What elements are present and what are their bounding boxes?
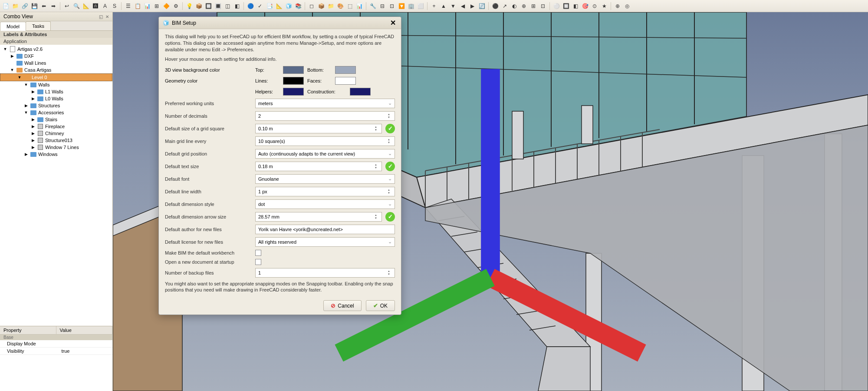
toolbar-button-15[interactable]: ⊞ bbox=[153, 2, 161, 10]
spin-down-icon[interactable]: ▼ bbox=[386, 116, 392, 119]
tree-item-wall-lines[interactable]: Wall Lines bbox=[0, 60, 112, 66]
expander-icon[interactable]: ▼ bbox=[17, 75, 22, 80]
toolbar-button-58[interactable]: ⊙ bbox=[591, 2, 598, 10]
toolbar-button-13[interactable]: 📋 bbox=[134, 2, 141, 10]
toolbar-button-9[interactable]: 🅰 bbox=[92, 2, 99, 10]
cancel-button[interactable]: ⊘ Cancel bbox=[323, 300, 361, 311]
toolbar-button-38[interactable]: ⊡ bbox=[388, 2, 396, 10]
spin-up-icon[interactable]: ▲ bbox=[373, 126, 379, 129]
toolbar-button-23[interactable]: ◧ bbox=[233, 2, 241, 10]
input-field[interactable]: 2▲▼ bbox=[255, 111, 395, 121]
toolbar-button-12[interactable]: ☰ bbox=[124, 2, 132, 10]
toolbar-button-21[interactable]: 🔳 bbox=[214, 2, 222, 10]
toolbar-button-17[interactable]: ⚙ bbox=[172, 2, 180, 10]
input-field[interactable]: 10 square(s)▲▼ bbox=[255, 136, 395, 146]
toolbar-button-49[interactable]: ↗ bbox=[501, 2, 509, 10]
toolbar-button-55[interactable]: 🔲 bbox=[562, 2, 570, 10]
expander-icon[interactable]: ▼ bbox=[23, 83, 29, 87]
toolbar-button-2[interactable]: 🔗 bbox=[21, 2, 29, 10]
bottom-color-swatch[interactable] bbox=[335, 66, 356, 74]
toolbar-button-51[interactable]: ⊕ bbox=[520, 2, 528, 10]
tree-item-window-7-lines[interactable]: ▶Window 7 Lines bbox=[0, 144, 112, 151]
property-value[interactable] bbox=[58, 340, 113, 347]
spin-up-icon[interactable]: ▲ bbox=[386, 138, 392, 141]
toolbar-button-32[interactable]: 📁 bbox=[327, 2, 335, 10]
expander-icon[interactable]: ▶ bbox=[30, 138, 36, 142]
top-color-swatch[interactable] bbox=[283, 66, 304, 74]
spin-down-icon[interactable]: ▼ bbox=[386, 141, 392, 144]
toolbar-button-6[interactable]: ↩ bbox=[63, 2, 71, 10]
expander-icon[interactable]: ▼ bbox=[10, 68, 15, 72]
tree-item-casa-artigas[interactable]: ▼Casa Artigas bbox=[0, 66, 112, 73]
tree-item-structures[interactable]: ▶Structures bbox=[0, 102, 112, 109]
select-field[interactable]: All rights reserved⌄ bbox=[255, 237, 395, 247]
toolbar-button-46[interactable]: ▶ bbox=[468, 2, 476, 10]
tree-item-stairs[interactable]: ▶Stairs bbox=[0, 116, 112, 123]
toolbar-button-35[interactable]: 📊 bbox=[355, 2, 363, 10]
spin-down-icon[interactable]: ▼ bbox=[373, 217, 379, 220]
toolbar-button-61[interactable]: ◎ bbox=[623, 2, 631, 10]
panel-float-icon[interactable]: ◱ bbox=[99, 14, 103, 19]
select-field[interactable]: Auto (continuously adapts to the current… bbox=[255, 149, 395, 159]
expander-icon[interactable]: ▶ bbox=[30, 89, 36, 94]
tree-item-chimney[interactable]: ▶Chimney bbox=[0, 130, 112, 137]
input-field[interactable]: 0.10 m▲▼ bbox=[255, 124, 382, 133]
toolbar-button-10[interactable]: A bbox=[101, 2, 109, 10]
spin-up-icon[interactable]: ▲ bbox=[386, 270, 392, 273]
toolbar-button-45[interactable]: ◀ bbox=[459, 2, 467, 10]
toolbar-button-44[interactable]: ▼ bbox=[449, 2, 457, 10]
panel-close-icon[interactable]: ✕ bbox=[105, 14, 109, 19]
toolbar-button-22[interactable]: ◫ bbox=[224, 2, 231, 10]
tab-tasks[interactable]: Tasks bbox=[26, 21, 51, 30]
select-field[interactable]: meters⌄ bbox=[255, 99, 395, 108]
expander-icon[interactable]: ▼ bbox=[23, 110, 29, 115]
toolbar-button-0[interactable]: 📄 bbox=[2, 2, 10, 10]
toolbar-button-47[interactable]: 🔄 bbox=[478, 2, 486, 10]
toolbar-button-26[interactable]: 📑 bbox=[266, 2, 273, 10]
toolbar-button-56[interactable]: ◧ bbox=[572, 2, 579, 10]
lines-color-swatch[interactable] bbox=[283, 77, 304, 85]
toolbar-button-33[interactable]: 🎨 bbox=[336, 2, 344, 10]
toolbar-button-50[interactable]: ◐ bbox=[510, 2, 518, 10]
toolbar-button-24[interactable]: 🔵 bbox=[247, 2, 254, 10]
toolbar-button-36[interactable]: 🔧 bbox=[369, 2, 377, 10]
toolbar-button-37[interactable]: ⊟ bbox=[378, 2, 386, 10]
property-value[interactable]: true bbox=[58, 348, 113, 355]
input-field[interactable]: Yorik van Havre <yorik@uncreated.net> bbox=[255, 225, 395, 234]
toolbar-button-28[interactable]: 🧊 bbox=[285, 2, 293, 10]
expander-icon[interactable]: ▶ bbox=[30, 117, 36, 122]
toolbar-button-7[interactable]: 🔍 bbox=[72, 2, 80, 10]
checkbox[interactable] bbox=[255, 259, 261, 265]
tree-item-dxf[interactable]: ▶DXF bbox=[0, 53, 112, 60]
dialog-titlebar[interactable]: 🧊 BIM Setup ✕ bbox=[159, 17, 401, 29]
spin-down-icon[interactable]: ▼ bbox=[386, 192, 392, 195]
tree-item-walls[interactable]: ▼Walls bbox=[0, 81, 112, 88]
tree-item-artigas-v2.6[interactable]: ▼Artigas v2.6 bbox=[0, 46, 112, 53]
spin-down-icon[interactable]: ▼ bbox=[373, 166, 379, 169]
construction-color-swatch[interactable] bbox=[350, 88, 371, 96]
toolbar-button-59[interactable]: ★ bbox=[600, 2, 608, 10]
toolbar-button-16[interactable]: 🔶 bbox=[162, 2, 170, 10]
toolbar-button-39[interactable]: 🔽 bbox=[398, 2, 405, 10]
expander-icon[interactable]: ▶ bbox=[23, 152, 29, 156]
spin-up-icon[interactable]: ▲ bbox=[373, 214, 379, 217]
toolbar-button-3[interactable]: 💾 bbox=[30, 2, 38, 10]
property-row[interactable]: Visibilitytrue bbox=[0, 348, 112, 355]
expander-icon[interactable]: ▶ bbox=[10, 54, 15, 58]
tree-item-accessories[interactable]: ▼Accessories bbox=[0, 109, 112, 116]
toolbar-button-30[interactable]: ◻ bbox=[308, 2, 316, 10]
toolbar-button-11[interactable]: S bbox=[111, 2, 118, 10]
toolbar-button-52[interactable]: ⊞ bbox=[529, 2, 537, 10]
toolbar-button-20[interactable]: 🔲 bbox=[204, 2, 212, 10]
spin-down-icon[interactable]: ▼ bbox=[386, 273, 392, 276]
toolbar-button-41[interactable]: ⬜ bbox=[417, 2, 424, 10]
property-row[interactable]: Display Mode bbox=[0, 340, 112, 348]
expander-icon[interactable]: ▶ bbox=[30, 96, 36, 101]
toolbar-button-27[interactable]: 📐 bbox=[275, 2, 283, 10]
toolbar-button-18[interactable]: 💡 bbox=[185, 2, 193, 10]
toolbar-button-40[interactable]: 🏢 bbox=[407, 2, 415, 10]
toolbar-button-25[interactable]: ✓ bbox=[256, 2, 264, 10]
expander-icon[interactable]: ▶ bbox=[30, 124, 36, 129]
toolbar-button-29[interactable]: 📚 bbox=[294, 2, 302, 10]
toolbar-button-43[interactable]: ▲ bbox=[440, 2, 447, 10]
